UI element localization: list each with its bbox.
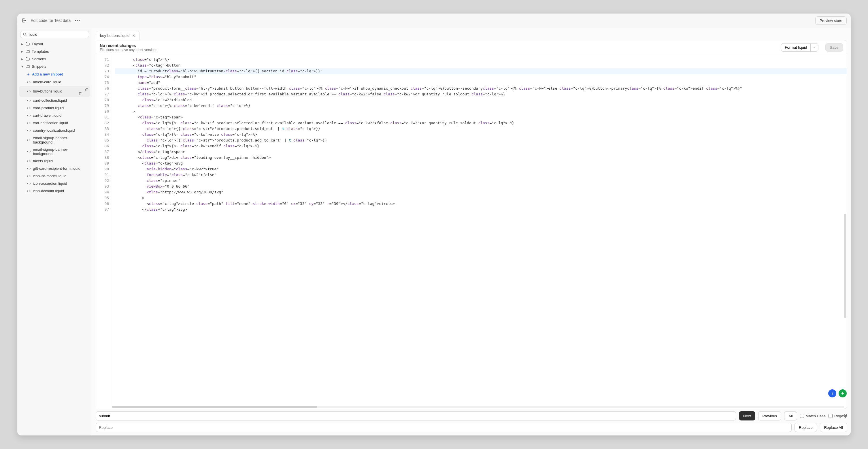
chevron-right-icon: ▸ (21, 57, 24, 61)
code-file-icon (27, 181, 31, 186)
code-file-icon (27, 174, 31, 178)
file-item[interactable]: cart-notification.liquid (19, 119, 90, 127)
folder-layout[interactable]: ▸Layout (19, 40, 90, 48)
file-item[interactable]: gift-card-recipient-form.liquid (19, 165, 90, 172)
match-case-label: Match Case (806, 414, 826, 418)
file-item[interactable]: cart-drawer.liquid (19, 112, 90, 119)
file-label: email-signup-banner-background... (33, 136, 89, 144)
code-editor[interactable]: 7172737475767778798081828384858687888990… (96, 55, 847, 409)
code-file-icon (27, 121, 31, 125)
format-liquid-button[interactable]: Format liquid (781, 43, 810, 52)
horizontal-scrollbar[interactable] (112, 406, 844, 408)
folder-icon (25, 49, 30, 54)
folder-label: Snippets (32, 64, 46, 68)
code-file-icon (27, 98, 31, 103)
folder-snippets[interactable]: ▾Snippets (19, 63, 90, 70)
file-item[interactable]: email-signup-banner-background... (19, 134, 90, 146)
code-file-icon (27, 159, 31, 163)
replace-all-button[interactable]: Replace All (820, 423, 847, 432)
find-all-button[interactable]: All (784, 411, 797, 420)
file-item[interactable]: country-localization.liquid (19, 127, 90, 134)
page-title: Edit code for Test data (31, 18, 71, 23)
file-item[interactable]: icon-accordion.liquid (19, 180, 90, 187)
folder-icon (25, 42, 30, 47)
file-item[interactable]: facets.liquid (19, 157, 90, 165)
file-label: article-card.liquid (33, 80, 61, 84)
code-file-icon (27, 166, 31, 171)
recent-changes-subtitle: File does not have any other versions (100, 48, 157, 52)
add-snippet-link[interactable]: ＋ Add a new snippet (19, 70, 90, 79)
topbar: Edit code for Test data ••• Preview stor… (17, 13, 851, 28)
file-item[interactable]: icon-account.liquid (19, 187, 90, 195)
code-file-icon (27, 128, 31, 133)
file-label: facets.liquid (33, 159, 53, 163)
line-gutter: 7172737475767778798081828384858687888990… (96, 55, 112, 409)
file-label: cart-drawer.liquid (33, 113, 61, 118)
code-file-icon (27, 138, 31, 142)
preview-store-button[interactable]: Preview store (815, 17, 847, 25)
file-label: icon-accordion.liquid (33, 181, 67, 186)
find-replace-panel: ✕ Next Previous All Match Case Regexp (96, 411, 847, 432)
file-label: buy-buttons.liquid (33, 89, 62, 93)
file-label: gift-card-recipient-form.liquid (33, 166, 81, 171)
code-file-icon (27, 89, 31, 94)
file-label: email-signup-banner-background... (33, 147, 89, 156)
trash-icon[interactable] (78, 87, 82, 95)
close-icon[interactable]: ✕ (843, 412, 848, 419)
main-split: ▸Layout▸Templates▸Sections▾Snippets ＋ Ad… (17, 28, 851, 436)
more-icon[interactable]: ••• (75, 19, 81, 23)
file-label: card-collection.liquid (33, 98, 67, 102)
code-file-icon (27, 80, 31, 84)
close-icon[interactable]: ✕ (132, 33, 135, 38)
tab-label: buy-buttons.liquid (100, 33, 129, 38)
regexp-input[interactable] (829, 414, 833, 418)
vertical-scrollbar[interactable] (844, 57, 846, 406)
file-item[interactable]: card-product.liquid (19, 104, 90, 112)
code-content[interactable]: class="c-lq">-%} <class="c-tag">button i… (112, 55, 847, 409)
file-item[interactable]: icon-3d-model.liquid (19, 172, 90, 180)
avatar-info[interactable]: i (828, 389, 836, 397)
match-case-input[interactable] (800, 414, 804, 418)
code-file-icon (27, 149, 31, 154)
file-item[interactable]: article-card.liquid (19, 79, 90, 86)
rename-icon[interactable] (85, 87, 89, 95)
sidebar: ▸Layout▸Templates▸Sections▾Snippets ＋ Ad… (17, 28, 92, 436)
save-button[interactable]: Save (825, 43, 843, 52)
folder-sections[interactable]: ▸Sections (19, 55, 90, 63)
find-input[interactable] (96, 411, 736, 420)
folder-icon (25, 64, 30, 69)
search-icon (23, 32, 27, 36)
code-file-icon (27, 113, 31, 118)
app-window: Edit code for Test data ••• Preview stor… (17, 13, 851, 436)
file-label: icon-account.liquid (33, 189, 64, 193)
file-item[interactable]: card-collection.liquid (19, 97, 90, 104)
sidebar-search-input[interactable] (29, 32, 87, 37)
file-item[interactable]: buy-buttons.liquid (19, 86, 90, 97)
exit-icon[interactable] (21, 18, 27, 23)
assistant-avatars: i ✦ (828, 389, 847, 397)
folder-label: Templates (32, 49, 49, 54)
chevron-right-icon: ▸ (21, 49, 24, 54)
format-liquid-dropdown[interactable] (810, 43, 818, 52)
avatar-bot[interactable]: ✦ (839, 389, 847, 397)
add-snippet-label: Add a new snippet (32, 72, 63, 77)
file-subheader: No recent changes File does not have any… (96, 40, 847, 55)
file-label: country-localization.liquid (33, 128, 75, 132)
recent-changes-title: No recent changes (100, 43, 157, 48)
folder-icon (25, 57, 30, 61)
tab-active[interactable]: buy-buttons.liquid ✕ (96, 31, 140, 40)
svg-point-0 (24, 33, 26, 35)
plus-icon: ＋ (27, 72, 30, 77)
replace-input[interactable] (96, 423, 792, 432)
folder-label: Sections (32, 57, 46, 61)
folder-templates[interactable]: ▸Templates (19, 48, 90, 55)
editor-column: buy-buttons.liquid ✕ No recent changes F… (92, 28, 851, 436)
replace-button[interactable]: Replace (795, 423, 817, 432)
find-previous-button[interactable]: Previous (758, 411, 781, 420)
folder-label: Layout (32, 42, 43, 46)
file-item[interactable]: email-signup-banner-background... (19, 146, 90, 157)
sidebar-search[interactable] (20, 31, 89, 38)
find-next-button[interactable]: Next (739, 411, 755, 420)
match-case-checkbox[interactable]: Match Case (800, 414, 826, 418)
chevron-right-icon: ▸ (21, 42, 24, 46)
